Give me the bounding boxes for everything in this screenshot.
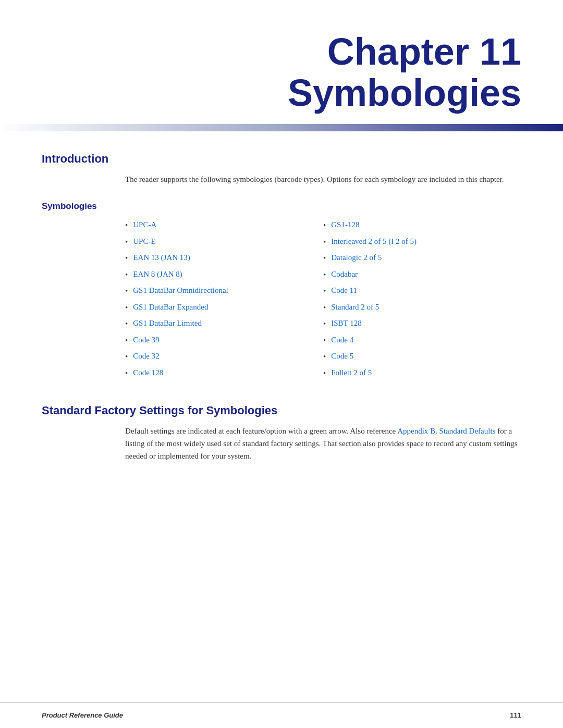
gs1-databar-expanded-link[interactable]: GS1 DataBar Expanded xyxy=(133,301,208,313)
symbologies-left-column: • UPC-A • UPC-E • EAN 13 (JAN 13) • EAN … xyxy=(125,219,323,383)
bullet-icon: • xyxy=(125,351,128,363)
bullet-icon: • xyxy=(323,302,326,314)
ean13-link[interactable]: EAN 13 (JAN 13) xyxy=(133,252,190,264)
header-area: Chapter 11 Symbologies xyxy=(0,0,563,119)
bullet-icon: • xyxy=(125,252,128,264)
list-item: • Code 39 xyxy=(125,334,323,347)
chapter-number: Chapter 11 xyxy=(0,31,521,72)
introduction-paragraph: The reader supports the following symbol… xyxy=(125,173,521,186)
list-item: • Code 11 xyxy=(323,285,521,297)
main-content: Introduction The reader supports the fol… xyxy=(0,152,563,462)
code128-link[interactable]: Code 128 xyxy=(133,367,163,379)
bullet-icon: • xyxy=(125,367,128,379)
ean8-link[interactable]: EAN 8 (JAN 8) xyxy=(133,268,182,280)
bullet-icon: • xyxy=(125,302,128,314)
list-item: • ISBT 128 xyxy=(323,317,521,330)
bullet-icon: • xyxy=(323,285,326,297)
upc-a-link[interactable]: UPC-A xyxy=(133,219,156,231)
code32-link[interactable]: Code 32 xyxy=(133,350,159,362)
bullet-icon: • xyxy=(323,252,326,264)
list-item: • Code 32 xyxy=(125,350,323,363)
code11-link[interactable]: Code 11 xyxy=(331,285,357,297)
bullet-icon: • xyxy=(125,335,128,347)
gs1-databar-limited-link[interactable]: GS1 DataBar Limited xyxy=(133,317,202,329)
follett-2of5-link[interactable]: Follett 2 of 5 xyxy=(331,367,372,379)
symbologies-subsection: Symbologies • UPC-A • UPC-E • EAN 13 (JA… xyxy=(42,201,521,383)
codabar-link[interactable]: Codabar xyxy=(331,268,358,280)
list-item: • Standard 2 of 5 xyxy=(323,301,521,314)
footer-page-number: 111 xyxy=(510,711,521,719)
datalogic-2of5-link[interactable]: Datalogic 2 of 5 xyxy=(331,252,382,264)
isbt128-link[interactable]: ISBT 128 xyxy=(331,317,361,329)
introduction-heading: Introduction xyxy=(42,152,521,166)
bullet-icon: • xyxy=(323,367,326,379)
interleaved-2of5-link[interactable]: Interleaved 2 of 5 (I 2 of 5) xyxy=(331,236,417,248)
list-item: • GS1 DataBar Expanded xyxy=(125,301,323,314)
bullet-icon: • xyxy=(323,236,326,248)
factory-settings-heading: Standard Factory Settings for Symbologie… xyxy=(42,404,521,417)
list-item: • Code 5 xyxy=(323,350,521,363)
gs1-databar-omni-link[interactable]: GS1 DataBar Omnidirectional xyxy=(133,285,228,297)
list-item: • Follett 2 of 5 xyxy=(323,367,521,379)
list-item: • GS1 DataBar Omnidirectional xyxy=(125,285,323,297)
bullet-icon: • xyxy=(323,351,326,363)
gradient-bar xyxy=(0,124,563,131)
symbologies-right-column: • GS1-128 • Interleaved 2 of 5 (I 2 of 5… xyxy=(323,219,521,383)
list-item: • GS1 DataBar Limited xyxy=(125,317,323,330)
footer: Product Reference Guide 111 xyxy=(0,702,563,728)
gs1-128-link[interactable]: GS1-128 xyxy=(331,219,359,231)
list-item: • Code 128 xyxy=(125,367,323,379)
introduction-section: Introduction The reader supports the fol… xyxy=(42,152,521,186)
bullet-icon: • xyxy=(323,269,326,281)
bullet-icon: • xyxy=(323,219,326,231)
footer-left-label: Product Reference Guide xyxy=(42,711,123,719)
list-item: • Interleaved 2 of 5 (I 2 of 5) xyxy=(323,236,521,248)
bullet-icon: • xyxy=(125,219,128,231)
symbologies-heading: Symbologies xyxy=(42,201,521,212)
page: Chapter 11 Symbologies Introduction The … xyxy=(0,0,563,728)
code39-link[interactable]: Code 39 xyxy=(133,334,159,346)
list-item: • UPC-E xyxy=(125,236,323,248)
list-item: • EAN 13 (JAN 13) xyxy=(125,252,323,264)
code5-link[interactable]: Code 5 xyxy=(331,350,353,362)
list-item: • UPC-A xyxy=(125,219,323,231)
list-item: • Code 4 xyxy=(323,334,521,347)
factory-settings-section: Standard Factory Settings for Symbologie… xyxy=(42,404,521,462)
bullet-icon: • xyxy=(125,236,128,248)
factory-para-before: Default settings are indicated at each f… xyxy=(125,427,397,435)
bullet-icon: • xyxy=(323,335,326,347)
list-item: • EAN 8 (JAN 8) xyxy=(125,268,323,281)
list-item: • GS1-128 xyxy=(323,219,521,231)
symbologies-list: • UPC-A • UPC-E • EAN 13 (JAN 13) • EAN … xyxy=(125,219,521,383)
chapter-title: Symbologies xyxy=(0,72,521,114)
list-item: • Datalogic 2 of 5 xyxy=(323,252,521,264)
standard-2of5-link[interactable]: Standard 2 of 5 xyxy=(331,301,379,313)
appendix-b-link[interactable]: Appendix B, Standard Defaults xyxy=(397,427,495,435)
upc-e-link[interactable]: UPC-E xyxy=(133,236,155,248)
bullet-icon: • xyxy=(125,318,128,330)
code4-link[interactable]: Code 4 xyxy=(331,334,353,346)
bullet-icon: • xyxy=(125,269,128,281)
list-item: • Codabar xyxy=(323,268,521,281)
bullet-icon: • xyxy=(125,285,128,297)
factory-settings-paragraph: Default settings are indicated at each f… xyxy=(125,425,521,462)
bullet-icon: • xyxy=(323,318,326,330)
